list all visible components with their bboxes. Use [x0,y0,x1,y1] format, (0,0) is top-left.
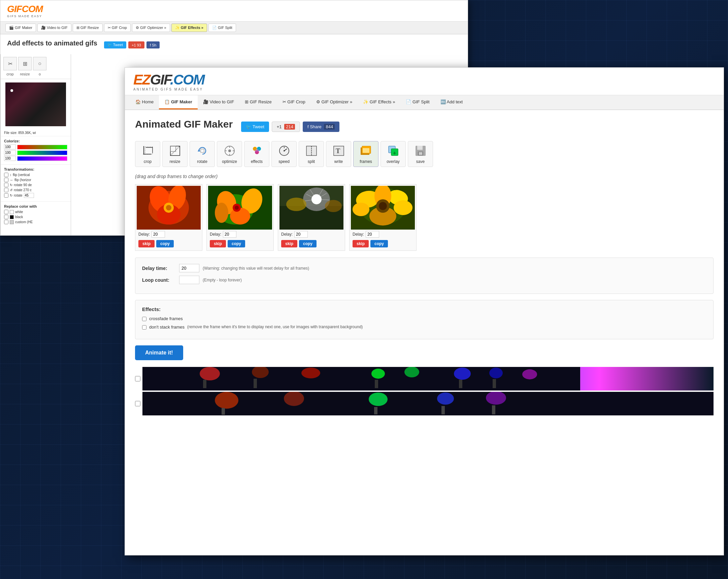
tool-overlay[interactable]: + overlay [381,141,406,167]
animate-button[interactable]: Animate it! [135,345,183,360]
transform-flip-v-checkbox[interactable] [4,173,8,177]
sidebar-resize-icon[interactable]: ⊞ resize [18,57,32,76]
logo-ez: EZ [133,72,150,87]
svg-line-6 [171,146,180,156]
nav-gifmaker[interactable]: 📋 GIF Maker [159,95,197,109]
frame-image-2 [208,186,272,230]
transform-rotate-custom-checkbox[interactable] [4,193,8,198]
replace-white[interactable]: white [4,210,67,214]
frame-4-copy-button[interactable]: copy [370,240,388,247]
frame-3-skip-button[interactable]: skip [281,240,297,247]
tool-crop[interactable]: crop [135,141,160,167]
tool-speed[interactable]: speed [271,141,297,167]
replace-custom[interactable]: custom (HE [4,220,67,224]
nav-gifcrop[interactable]: ✂ GIF Crop [277,95,311,109]
crop-label: crop [144,159,152,164]
frame-card-3: Delay: skip copy [278,184,345,251]
nav-gifeffects[interactable]: ✨ GIF Effects » [358,95,400,109]
transform-flip-h[interactable]: ↔ flip (horizor [4,178,67,182]
optimize-icon [223,144,236,158]
tool-write[interactable]: T write [326,141,351,167]
svg-point-94 [369,393,388,406]
back-gplus-button[interactable]: +1 93 [128,42,145,49]
frame-3-copy-button[interactable]: copy [299,240,316,247]
nav-gifresize[interactable]: ⊞ GIF Resize [239,95,277,109]
frames-icon [359,144,373,158]
back-nav-videotogif[interactable]: 🎥 Video to GIF [37,24,71,32]
no-stack-row[interactable]: don't stack frames (remove the frame whe… [142,324,706,330]
svg-rect-89 [493,379,496,388]
tool-frames[interactable]: frames [353,141,379,167]
sidebar-crop-icon[interactable]: ✂ crop [3,57,17,76]
tool-rotate[interactable]: rotate [189,141,215,167]
nav-gifsplit[interactable]: 📄 GIF Split [400,95,435,109]
nav-videotogif[interactable]: 🎥 Video to GIF [198,95,239,109]
nav-addtext[interactable]: 🔤 Add text [435,95,468,109]
frame-3-delay-input[interactable] [294,231,308,238]
transform-rotate-custom-input[interactable] [24,193,34,198]
tool-effects[interactable]: effects [244,141,269,167]
transform-rotate90-checkbox[interactable] [4,183,8,187]
front-gplus-button[interactable]: +1 214 [272,122,300,132]
svg-rect-9 [201,149,204,153]
svg-rect-7 [171,146,176,152]
strip-1-checkbox[interactable] [135,376,140,381]
frame-2-copy-button[interactable]: copy [228,240,245,247]
tool-optimize[interactable]: optimize [217,141,242,167]
frame-4-skip-button[interactable]: skip [353,240,369,247]
back-nav-gifcrop[interactable]: ✂ GIF Crop [104,24,131,32]
strip-2-checkbox[interactable] [135,401,140,406]
frame-4-delay-input[interactable] [366,231,379,238]
overlay-label: overlay [387,159,400,164]
tool-save[interactable]: save [408,141,433,167]
crossfade-checkbox[interactable] [142,317,147,321]
gplus-label: +1 [277,124,282,129]
svg-point-53 [235,206,239,210]
loop-count-label: Loop count: [142,278,176,283]
back-share-button[interactable]: f Sh [147,42,160,49]
front-nav: 🏠 Home 📋 GIF Maker 🎥 Video to GIF ⊞ GIF … [125,95,724,110]
frame-1-delay-input[interactable] [152,231,165,238]
replace-black-checkbox[interactable] [4,215,8,219]
back-nav-gifresize[interactable]: ⊞ GIF Resize [73,24,103,32]
colorize-label: Colorize: [4,139,67,143]
colorize-input-1[interactable] [4,144,16,150]
delay-time-input[interactable] [179,264,199,272]
back-tweet-button[interactable]: 🐦 Tweet [104,42,126,49]
loop-count-input[interactable] [179,276,199,284]
back-nav-gifoptimizer[interactable]: ⚙ GIF Optimizer » [132,24,170,32]
crossfade-row[interactable]: crossfade frames [142,316,706,321]
tool-resize[interactable]: resize [162,141,187,167]
nav-home[interactable]: 🏠 Home [130,95,159,109]
back-nav-gifeffects[interactable]: ✨ GIF Effects » [172,24,207,32]
back-nav-gifsplit[interactable]: 📄 GIF Split [208,24,236,32]
svg-rect-80 [203,380,206,388]
transform-flip-h-checkbox[interactable] [4,178,8,182]
front-tweet-button[interactable]: 🐦 Tweet [241,122,269,132]
colorize-input-3[interactable] [4,156,16,161]
transform-rotate90[interactable]: ↻ rotate 90 de [4,183,67,187]
transform-flip-v[interactable]: ↕ flip (vertical [4,173,67,177]
replace-black[interactable]: black [4,215,67,219]
tool-split[interactable]: split [299,141,324,167]
replace-white-checkbox[interactable] [4,210,8,214]
sidebar-other-icon[interactable]: ○ o [33,57,47,76]
no-stack-checkbox[interactable] [142,325,147,330]
front-logo: EZGIF.COM ANIMATED GIFS MADE EASY [133,73,204,91]
transform-rotate270[interactable]: ↺ rotate 270 c [4,188,67,192]
frame-2-delay-input[interactable] [223,231,236,238]
effects-label: effects [251,159,263,164]
sidebar-transform-section: Transformations: ↕ flip (vertical ↔ flip… [1,164,71,201]
nav-gifoptimizer[interactable]: ⚙ GIF Optimizer » [311,95,358,109]
svg-marker-8 [198,149,200,152]
frame-2-skip-button[interactable]: skip [210,240,226,247]
back-nav-gifmaker[interactable]: 🎬 GIF Maker [5,24,36,32]
transform-rotate-custom[interactable]: ↻ rotate [4,193,67,198]
replace-custom-checkbox[interactable] [4,220,8,224]
frame-1-copy-button[interactable]: copy [156,240,174,247]
crossfade-label: crossfade frames [149,316,183,321]
transform-rotate270-checkbox[interactable] [4,188,8,192]
frame-1-skip-button[interactable]: skip [138,240,155,247]
colorize-input-2[interactable] [4,150,16,155]
front-share-button[interactable]: f Share 844 [303,122,339,132]
